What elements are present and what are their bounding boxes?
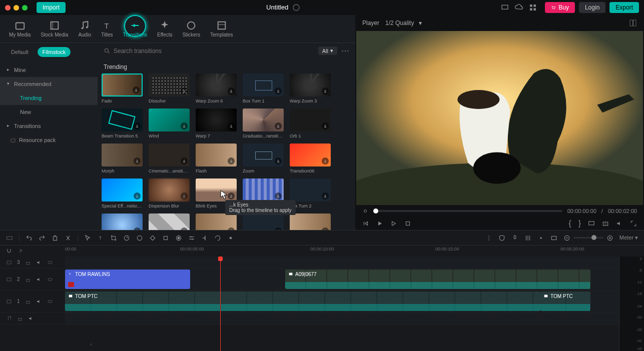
clip-video-ptc1[interactable]: TOM PTC [65,292,540,311]
download-icon[interactable] [275,122,282,130]
tab-transitions[interactable]: Transitions [118,17,153,40]
eye-icon[interactable] [47,298,53,304]
download-icon[interactable] [134,122,141,130]
tab-templates[interactable]: Templates [205,17,238,40]
tab-stickers[interactable]: Stickers [177,17,205,40]
zoom-out-icon[interactable] [563,234,570,242]
track-content[interactable] [65,256,644,268]
download-icon[interactable] [181,228,188,230]
transition-card[interactable]: Flash [196,144,237,174]
cloud-icon[interactable] [515,4,523,12]
transition-card[interactable] [290,214,331,230]
transition-thumbnail[interactable] [102,74,143,96]
prev-frame-icon[interactable] [362,220,369,227]
flower-icon[interactable] [537,234,544,242]
sidebar-item-transitions[interactable]: Transitions [0,119,98,133]
playhead[interactable] [220,256,221,351]
sidebar-item-resource-pack[interactable]: Resource pack [0,133,98,147]
transition-thumbnail[interactable] [243,144,284,166]
crop-icon[interactable] [110,234,117,242]
adjust-icon[interactable] [188,234,195,242]
transition-card[interactable]: Zoom [243,144,284,174]
play-icon[interactable] [376,220,383,227]
compare-icon[interactable] [629,19,637,27]
maximize-window[interactable] [22,5,28,10]
track-content[interactable]: TOM PTC TOM PTC [65,290,644,312]
transition-thumbnail[interactable] [196,144,237,166]
mark-in-icon[interactable]: { [568,219,571,228]
display-icon[interactable] [588,220,595,227]
download-icon[interactable] [181,192,188,200]
transition-thumbnail[interactable] [243,74,284,96]
transition-card[interactable] [149,214,190,230]
transition-thumbnail[interactable] [102,214,143,230]
transition-card[interactable] [102,214,143,230]
transition-thumbnail[interactable] [102,178,143,202]
scrub-start-icon[interactable] [362,208,368,214]
transition-card[interactable]: Morph [102,144,143,174]
zoom-in-icon[interactable] [606,234,613,242]
clip-video-a09[interactable]: A09|0677 [285,270,590,289]
mute-icon[interactable] [36,298,42,304]
tab-audio[interactable]: Audio [73,17,96,40]
buy-button[interactable]: Buy [545,2,575,13]
transition-card[interactable]: Warp 7 [196,108,237,138]
stop-icon[interactable] [404,220,411,227]
transition-thumbnail[interactable] [290,178,331,202]
fullscreen-icon[interactable] [630,220,637,227]
tab-stock-media[interactable]: Stock Media [36,17,73,40]
tab-titles[interactable]: T Titles [96,17,118,40]
filter-dropdown[interactable]: All ▾ [318,46,337,55]
split-icon[interactable] [65,234,72,242]
lock-icon[interactable] [17,316,23,322]
transition-thumbnail[interactable] [196,214,237,230]
download-icon[interactable] [133,86,140,94]
download-icon[interactable] [134,192,141,200]
pointer-icon[interactable] [84,234,91,242]
eye-icon[interactable] [47,276,53,282]
transition-card[interactable] [243,214,284,230]
mute-icon[interactable] [36,260,42,266]
transition-card[interactable]: Special Eff...nsition 04 [102,178,143,208]
transition-card[interactable]: Transition08 [290,144,331,174]
transition-thumbnail[interactable] [243,214,284,230]
magnet-icon[interactable] [6,248,12,254]
transition-thumbnail[interactable] [102,108,143,132]
download-icon[interactable] [275,158,282,164]
download-icon[interactable] [228,192,235,200]
transition-card[interactable]: Box Turn 2 [290,178,331,208]
snapshot-icon[interactable] [602,220,609,227]
window-controls[interactable] [5,5,28,10]
transition-card[interactable]: Graduatio...ransition 01 [243,108,284,138]
transition-thumbnail[interactable] [102,144,143,166]
undo-icon[interactable] [26,234,33,242]
transition-card[interactable] [196,214,237,230]
marker-icon[interactable] [485,234,492,242]
transition-card[interactable]: Dispersion Blur [149,178,190,208]
download-icon[interactable] [181,88,188,94]
login-button[interactable]: Login [579,2,605,13]
transition-card[interactable]: Fade [102,74,143,104]
track-content[interactable]: T TOM RAWLINS A09|0677 [65,268,644,290]
download-icon[interactable] [228,158,235,164]
import-button[interactable]: Import [37,2,66,13]
download-icon[interactable] [322,122,329,130]
track-content[interactable] [65,312,644,324]
sidebar-item-trending[interactable]: Trending [0,91,98,105]
quality-dropdown[interactable]: 1/2 Quality ▾ [385,20,422,26]
sidebar-item-mine[interactable]: Mine [0,63,98,77]
record-vo-icon[interactable] [227,234,234,242]
meter-toggle[interactable]: Meter ▾ [619,234,638,241]
mark-out-icon[interactable]: } [578,219,581,228]
lock-icon[interactable] [25,276,31,282]
download-icon[interactable] [275,192,282,200]
download-icon[interactable] [322,158,329,164]
more-options-button[interactable]: ⋯ [341,46,349,56]
export-button[interactable]: Export [609,2,639,13]
volume-icon[interactable] [616,220,623,227]
preview-viewport[interactable] [356,31,643,205]
monitor-icon[interactable] [501,4,509,12]
mask-icon[interactable] [175,234,182,242]
download-icon[interactable] [228,228,235,230]
transition-card[interactable]: Cinematic...ansition 07 [149,144,190,174]
